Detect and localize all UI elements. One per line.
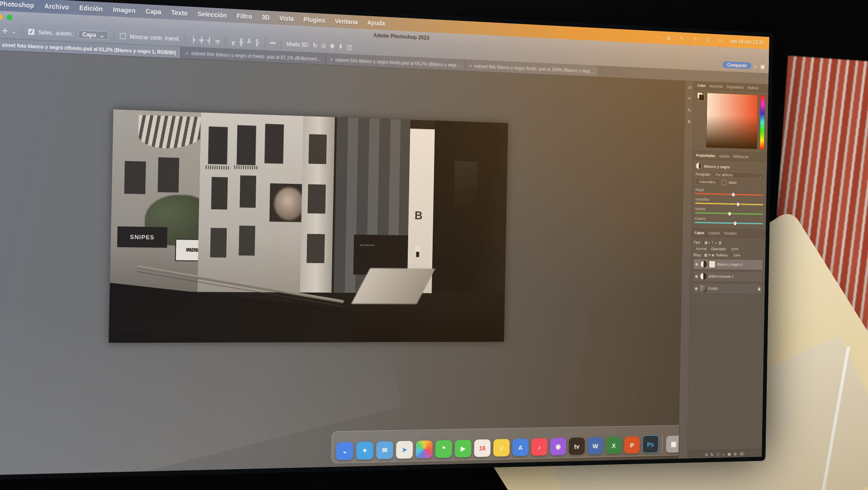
menu-seleccion[interactable]: Selección [197,10,227,19]
opacity-value[interactable]: 100% [728,246,741,251]
menu-ventana[interactable]: Ventana [335,17,358,25]
blend-mode-dropdown[interactable]: Normal [693,246,709,251]
layer-visibility-icon[interactable]: ◉ [695,274,698,278]
shield-icon[interactable]: ◍ [667,35,671,41]
menu-capa[interactable]: Capa [146,8,162,16]
menu-texto[interactable]: Texto [171,9,188,17]
dock-icon-mail[interactable]: ✉ [376,441,393,459]
close-tab-icon[interactable]: × [330,57,333,62]
preset-dropdown[interactable]: Por defecto ⌄ [713,172,764,179]
move-tool-preset-icon[interactable]: ✛ [2,27,8,34]
tool-preset-chevron-icon[interactable]: ⌄ [12,28,17,34]
layer-mask-thumbnail[interactable] [709,260,715,268]
distribute-top-icon[interactable]: ╥ [231,38,235,44]
new-adjustment-icon[interactable]: ◐ [723,452,725,456]
menu-photoshop[interactable]: Photoshop [0,0,34,9]
autoselect-dropdown[interactable]: Capa ⌄ [78,30,109,40]
tab-bibliotecas[interactable]: Bibliotecas [733,154,749,159]
tab-motivos[interactable]: Motivos [747,86,758,90]
distribute-horizontal-icon[interactable]: ╟ [255,39,259,45]
dock-icon-calendar[interactable]: 16 [474,439,491,457]
layer-filter-dropdown[interactable]: ▦ ◐ T ▭ ▨ [702,240,724,245]
lock-icons[interactable]: ▦ ✛ ◙ [704,253,714,257]
layer-visibility-icon[interactable]: ◉ [695,262,698,266]
adjustment-layer-thumbnail[interactable] [700,273,706,280]
control-center-icon[interactable]: ⊟ [718,38,722,43]
dock-icon-podcasts[interactable]: ◉ [550,438,566,456]
panel-color-swatches[interactable] [697,92,705,101]
tint-checkbox[interactable] [721,180,726,185]
3d-slide-icon[interactable]: ⇞ [338,43,343,49]
dock-icon-word[interactable]: W [587,437,603,454]
3d-roll-icon[interactable]: ⊙ [321,42,326,48]
dock-icon-messages[interactable]: ❝ [435,440,452,458]
dock-icon-app-store[interactable]: A [512,438,529,456]
dock-icon-tv[interactable]: tv [569,437,585,455]
tab-degradados[interactable]: Degradados [726,85,744,90]
dock-icon-powerpoint[interactable]: P [624,437,640,454]
dock-icon-finder[interactable]: ◒ [336,442,353,460]
menu-archivo[interactable]: Archivo [44,2,69,11]
tab-propiedades[interactable]: Propiedades [696,153,715,158]
dock-icon-photos[interactable]: ✽ [415,441,433,459]
tab-ajustes[interactable]: Ajustes [719,154,730,159]
distribute-center-icon[interactable]: ╫ [239,38,243,45]
tab-capas[interactable]: Capas [695,231,705,235]
close-tab-icon[interactable]: × [186,50,189,55]
dock-icon-maps[interactable]: ➤ [396,441,413,459]
search-icon[interactable]: ⌕ [754,63,758,69]
show-transform-controls-checkbox[interactable] [120,33,126,39]
align-center-horizontal-icon[interactable]: ╪ [199,37,204,43]
pen-status-icon[interactable]: ✎ [680,36,684,42]
close-tab-icon[interactable]: × [469,63,472,68]
comments-icon[interactable]: ❝ [688,96,691,102]
history-icon[interactable]: ↺ [688,85,692,91]
menu-3d[interactable]: 3D [262,14,270,21]
color-field[interactable] [706,92,758,149]
dock-icon-photoshop[interactable]: Ps [642,435,658,453]
tab-color[interactable]: Color [697,83,706,88]
tab-canales[interactable]: Canales [708,231,720,235]
annotations-icon[interactable]: ✎ [687,108,691,113]
hue-slider[interactable] [759,95,765,149]
creative-cloud-icon[interactable]: ◔ [655,34,658,40]
menubar-clock[interactable]: lun 16 oct 17:37 [730,38,764,46]
auto-button[interactable]: Automático [696,179,720,185]
dock-icon-safari[interactable]: ✦ [356,442,373,460]
layer-thumbnail[interactable] [700,285,706,293]
align-right-icon[interactable]: ╡ [207,37,212,44]
clock-status-icon[interactable]: ◷ [693,36,697,42]
share-button[interactable]: Compartir [723,61,751,69]
delete-layer-icon[interactable]: ⌦ [739,452,744,456]
menu-imagen[interactable]: Imagen [113,6,136,14]
workspace-switcher-icon[interactable]: ▣ [760,63,765,69]
align-left-icon[interactable]: ╞ [191,36,196,43]
3d-orbit-icon[interactable]: ↻ [313,42,318,48]
link-layers-icon[interactable]: ⧉ [705,452,708,457]
layer-effects-icon[interactable]: fx [711,452,713,456]
tab-muestras[interactable]: Muestras [710,84,723,88]
new-layer-icon[interactable]: ⊞ [734,452,736,456]
dock-icon-excel[interactable]: X [606,437,622,454]
menu-filtro[interactable]: Filtro [237,12,253,20]
export-icon[interactable]: ⇅ [687,119,691,125]
menu-vista[interactable]: Vista [279,14,294,22]
fill-value[interactable]: 100% [730,253,743,258]
adjustment-layer-thumbnail[interactable] [700,260,707,268]
layer-visibility-icon[interactable]: ◉ [695,286,698,290]
spotlight-icon[interactable]: Q [706,37,710,43]
layer-row-brillo-contraste[interactable]: ◉ Brillo/contraste 1 [693,271,763,282]
add-mask-icon[interactable]: ▢ [716,452,720,456]
menu-ayuda[interactable]: Ayuda [367,19,385,27]
menu-edicion[interactable]: Edición [79,4,103,13]
3d-pan-icon[interactable]: ✥ [330,43,335,49]
3d-camera-icon[interactable]: ◫ [347,43,353,50]
dock-icon-music[interactable]: ♪ [531,438,548,456]
distribute-bottom-icon[interactable]: ╨ [247,39,251,45]
menu-plugins[interactable]: Plugins [303,16,325,24]
align-center-vertical-icon[interactable]: ╤ [215,37,220,43]
dock-icon-notes[interactable]: ≡ [493,439,510,456]
more-align-options-button[interactable]: ••• [270,40,276,46]
layer-row-blanco-y-negro[interactable]: ◉ Blanco y negro 1 [693,259,763,270]
autoselect-checkbox[interactable]: ✓ [28,29,34,35]
